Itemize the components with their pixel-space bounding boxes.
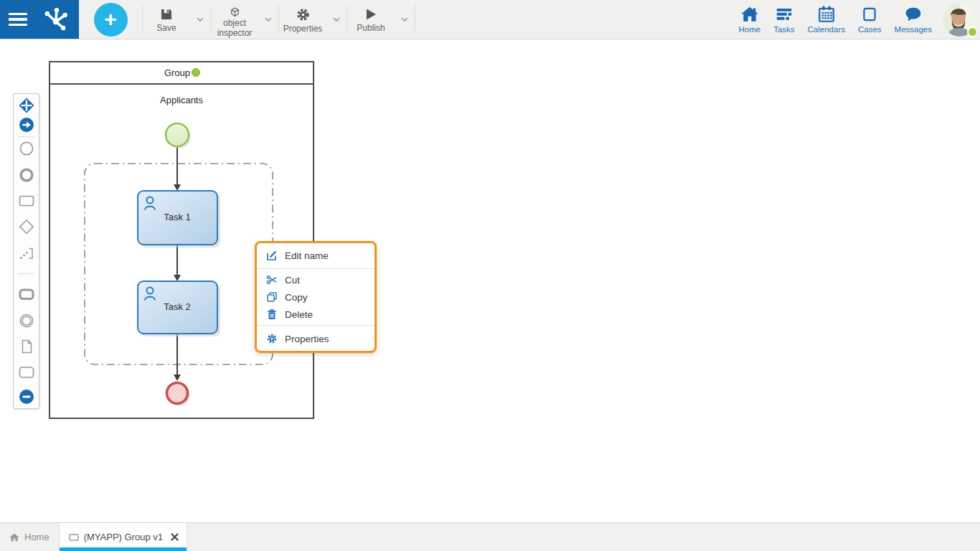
nav-messages[interactable]: Messages xyxy=(888,0,938,39)
context-menu-cut[interactable]: Cut xyxy=(257,271,374,288)
tab-home[interactable]: Home xyxy=(0,523,60,551)
nav-cases-label: Cases xyxy=(858,25,882,34)
brand-area xyxy=(0,0,79,39)
save-icon xyxy=(159,7,174,22)
home-icon xyxy=(9,532,19,542)
object-inspector-dropdown-chevron[interactable] xyxy=(258,0,278,39)
home-icon xyxy=(740,5,759,24)
context-menu: Edit name Cut Copy xyxy=(255,241,377,353)
properties-label: Properties xyxy=(281,24,325,34)
add-new-button[interactable]: + xyxy=(94,3,128,37)
status-online-dot xyxy=(967,27,978,37)
messages-icon xyxy=(904,5,923,24)
publish-dropdown-chevron[interactable] xyxy=(395,0,415,39)
context-menu-separator xyxy=(257,325,374,326)
start-event[interactable] xyxy=(166,123,189,146)
context-menu-properties[interactable]: Properties xyxy=(257,328,374,349)
properties-button[interactable]: Properties xyxy=(279,0,326,39)
gear-icon xyxy=(266,333,278,344)
save-button[interactable]: Save xyxy=(143,0,190,39)
app-logo-icon[interactable] xyxy=(40,5,70,34)
end-event[interactable] xyxy=(167,383,188,404)
context-menu-separator xyxy=(257,268,374,269)
context-menu-delete-label: Delete xyxy=(285,309,313,320)
pool-title[interactable]: Group xyxy=(164,67,190,78)
nav-tasks-label: Tasks xyxy=(773,25,794,34)
top-nav: Home Tasks Calend xyxy=(732,0,938,39)
publish-label: Publish xyxy=(349,24,393,34)
context-menu-edit-name-label: Edit name xyxy=(285,250,329,261)
hamburger-menu-icon[interactable] xyxy=(9,13,27,27)
context-menu-cut-label: Cut xyxy=(285,275,300,286)
copy-icon xyxy=(266,291,278,303)
publish-button[interactable]: Publish xyxy=(347,0,395,39)
lane-label[interactable]: Applicants xyxy=(160,95,203,105)
pool-status-dot xyxy=(192,69,200,77)
active-tab-underline xyxy=(60,547,187,551)
context-menu-properties-label: Properties xyxy=(285,334,329,344)
context-menu-delete[interactable]: Delete xyxy=(257,306,374,323)
diagram-canvas[interactable]: Group Applicants Task 1 xyxy=(0,39,980,522)
save-dropdown-chevron[interactable] xyxy=(190,0,210,39)
scissors-icon xyxy=(266,274,278,286)
edit-icon xyxy=(266,250,278,261)
nav-home-label: Home xyxy=(738,25,760,34)
chevron-down-icon xyxy=(333,17,340,22)
cases-icon xyxy=(860,5,879,24)
nav-home[interactable]: Home xyxy=(732,0,767,39)
nav-calendars-label: Calendars xyxy=(808,25,845,34)
tasks-icon xyxy=(775,5,793,24)
save-label: Save xyxy=(144,24,189,34)
context-menu-edit-name[interactable]: Edit name xyxy=(257,245,374,266)
task-2-label[interactable]: Task 2 xyxy=(164,301,191,312)
object-inspector-button[interactable]: object inspector xyxy=(211,0,258,39)
tab-myapp-label: (MYAPP) Group v1 xyxy=(84,532,163,542)
chevron-down-icon xyxy=(265,17,272,22)
calendar-icon xyxy=(817,5,836,24)
tab-myapp-group-v1[interactable]: (MYAPP) Group v1 xyxy=(60,523,187,551)
user-avatar[interactable] xyxy=(938,0,980,39)
chevron-down-icon xyxy=(401,17,408,22)
gear-icon xyxy=(296,7,311,22)
tab-close-icon[interactable] xyxy=(171,533,179,541)
context-menu-copy-label: Copy xyxy=(285,292,308,303)
top-toolbar: + Save object inspector xyxy=(0,0,980,39)
nav-tasks[interactable]: Tasks xyxy=(767,0,801,39)
nav-calendars[interactable]: Calendars xyxy=(801,0,852,39)
process-tab-icon xyxy=(69,533,79,542)
nav-cases[interactable]: Cases xyxy=(852,0,888,39)
object-inspector-label: object inspector xyxy=(212,19,257,39)
context-menu-copy[interactable]: Copy xyxy=(257,288,374,306)
chevron-down-icon xyxy=(197,17,204,22)
properties-dropdown-chevron[interactable] xyxy=(326,0,347,39)
bottom-tab-bar: Home (MYAPP) Group v1 xyxy=(0,522,980,551)
cube-icon xyxy=(227,7,242,17)
bpmn-diagram[interactable]: Group Applicants Task 1 xyxy=(0,39,402,441)
nav-messages-label: Messages xyxy=(895,25,932,34)
task-1-label[interactable]: Task 1 xyxy=(164,212,191,222)
play-icon xyxy=(364,7,378,22)
tab-home-label: Home xyxy=(24,532,50,542)
trash-icon xyxy=(266,309,278,320)
